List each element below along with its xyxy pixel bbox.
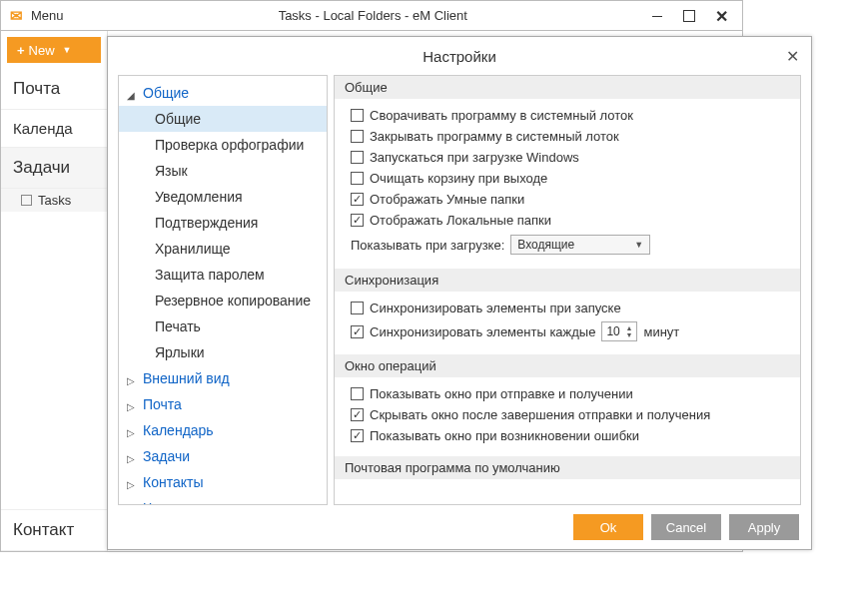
window-maximize[interactable] xyxy=(674,5,704,27)
expand-icon: ▷ xyxy=(127,449,135,469)
opt-label: Показывать окно при возникновении ошибки xyxy=(370,428,639,443)
nav-contacts[interactable]: Контакт xyxy=(1,509,107,551)
opt-label: Синхронизировать элементы при запуске xyxy=(370,301,621,315)
tree-cat-tasks[interactable]: ▷Задачи xyxy=(119,443,327,469)
tree-label: Внешний вид xyxy=(143,370,230,386)
opt-label: Синхронизировать элементы каждые xyxy=(370,324,595,339)
checkbox-hide-ops[interactable] xyxy=(351,408,364,421)
checkbox-sync-startup[interactable] xyxy=(351,302,364,314)
checkbox-show-err[interactable] xyxy=(351,429,364,442)
tree-cat-appearance[interactable]: ▷Внешний вид xyxy=(119,365,327,391)
tree-cat-contacts[interactable]: ▷Контакты xyxy=(119,469,327,495)
tree-cat-mail[interactable]: ▷Почта xyxy=(119,391,327,417)
checkbox-sync-interval[interactable] xyxy=(351,325,364,338)
dialog-titlebar: Настройки ✕ xyxy=(108,37,811,75)
ok-button[interactable]: Ok xyxy=(573,514,643,540)
opt-label: Очищать корзину при выходе xyxy=(370,171,547,186)
tree-item-spell[interactable]: Проверка орфографии xyxy=(119,132,327,158)
nav-mail[interactable]: Почта xyxy=(1,69,107,110)
tree-item-print[interactable]: Печать xyxy=(119,313,327,339)
settings-content: Общие Сворачивать программу в системный … xyxy=(334,75,801,505)
up-arrow-icon: ▲ xyxy=(626,324,633,331)
spinner-value: 10 xyxy=(606,324,619,338)
tree-item-confirm[interactable]: Подтверждения xyxy=(119,210,327,236)
opt-label: минут xyxy=(643,324,679,339)
opt-label: Сворачивать программу в системный лоток xyxy=(370,108,633,123)
menu-button[interactable]: Menu xyxy=(31,8,64,23)
dialog-title: Настройки xyxy=(423,48,496,65)
checkbox-close-tray[interactable] xyxy=(351,130,364,143)
opt-label: Запускаться при загрузке Windows xyxy=(370,150,579,165)
nav-tasks-sub[interactable]: Tasks xyxy=(1,189,107,212)
nav-calendar[interactable]: Календа xyxy=(1,110,107,148)
chevron-down-icon: ▼ xyxy=(63,45,72,55)
checkbox-icon xyxy=(21,195,32,206)
window-minimize[interactable] xyxy=(642,5,672,27)
opt-label: Скрывать окно после завершения отправки … xyxy=(370,407,710,422)
collapse-icon: ◢ xyxy=(127,86,135,106)
down-arrow-icon: ▼ xyxy=(626,331,633,338)
app-icon: ✉ xyxy=(1,7,31,25)
tree-cat-cal[interactable]: ▷Календарь xyxy=(119,417,327,443)
show-on-start-combo[interactable]: Входящие ▼ xyxy=(510,235,650,255)
section-header-general: Общие xyxy=(335,76,800,99)
sync-interval-spinner[interactable]: 10 ▲▼ xyxy=(601,321,637,341)
tree-item-general[interactable]: Общие xyxy=(119,106,327,132)
tree-item-lang[interactable]: Язык xyxy=(119,158,327,184)
expand-icon: ▷ xyxy=(127,423,135,443)
opt-label: Закрывать программу в системный лоток xyxy=(370,129,619,144)
checkbox-show-ops[interactable] xyxy=(351,387,364,400)
tree-item-storage[interactable]: Хранилище xyxy=(119,236,327,262)
settings-tree: ◢Общие Общие Проверка орфографии Язык Ув… xyxy=(118,75,328,505)
settings-dialog: Настройки ✕ ◢Общие Общие Проверка орфогр… xyxy=(107,36,812,550)
checkbox-local-folders[interactable] xyxy=(351,214,364,227)
checkbox-run-startup[interactable] xyxy=(351,151,364,164)
plus-icon: + xyxy=(17,43,25,58)
tree-label: Календарь xyxy=(143,422,214,438)
sidebar: + New ▼ Почта Календа Задачи Tasks Конта… xyxy=(1,31,108,551)
window-close[interactable]: ✕ xyxy=(706,5,736,27)
tree-label: Задачи xyxy=(143,448,190,464)
new-button[interactable]: + New ▼ xyxy=(7,37,101,63)
section-header-default-client: Почтовая программа по умолчанию xyxy=(335,456,800,479)
show-on-start-label: Показывать при загрузке: xyxy=(351,238,504,253)
titlebar: ✉ Menu Tasks - Local Folders - eM Client… xyxy=(1,1,742,31)
nav-tasks[interactable]: Задачи xyxy=(1,148,107,189)
new-button-label: New xyxy=(29,43,55,58)
tree-item-notif[interactable]: Уведомления xyxy=(119,184,327,210)
section-header-sync: Синхронизация xyxy=(335,269,800,292)
opt-label: Показывать окно при отправке и получении xyxy=(370,386,633,401)
checkbox-smart-folders[interactable] xyxy=(351,193,364,206)
tree-item-short[interactable]: Ярлыки xyxy=(119,339,327,365)
apply-button[interactable]: Apply xyxy=(729,514,799,540)
nav-tasks-sub-label: Tasks xyxy=(38,193,71,208)
checkbox-minimize-tray[interactable] xyxy=(351,109,364,122)
cancel-button[interactable]: Cancel xyxy=(651,514,721,540)
tree-cat-general[interactable]: ◢Общие xyxy=(119,80,327,106)
tree-item-pass[interactable]: Защита паролем xyxy=(119,262,327,288)
dialog-buttons: Ok Cancel Apply xyxy=(108,505,811,549)
window-title: Tasks - Local Folders - eM Client xyxy=(64,8,742,23)
tree-label: Контакты xyxy=(143,474,203,490)
expand-icon: ▷ xyxy=(127,397,135,417)
tree-cat-chat[interactable]: ▷Чат xyxy=(119,495,327,505)
combo-value: Входящие xyxy=(517,238,574,252)
section-header-ops: Окно операций xyxy=(335,354,800,377)
tree-item-backup[interactable]: Резервное копирование xyxy=(119,288,327,313)
tree-label: Почта xyxy=(143,396,182,412)
expand-icon: ▷ xyxy=(127,371,135,391)
dialog-close-button[interactable]: ✕ xyxy=(786,47,799,66)
opt-label: Отображать Локальные папки xyxy=(370,213,551,228)
opt-label: Отображать Умные папки xyxy=(370,192,524,207)
expand-icon: ▷ xyxy=(127,475,135,495)
tree-label: Общие xyxy=(143,85,189,101)
checkbox-empty-trash[interactable] xyxy=(351,172,364,185)
chevron-down-icon: ▼ xyxy=(634,240,643,250)
